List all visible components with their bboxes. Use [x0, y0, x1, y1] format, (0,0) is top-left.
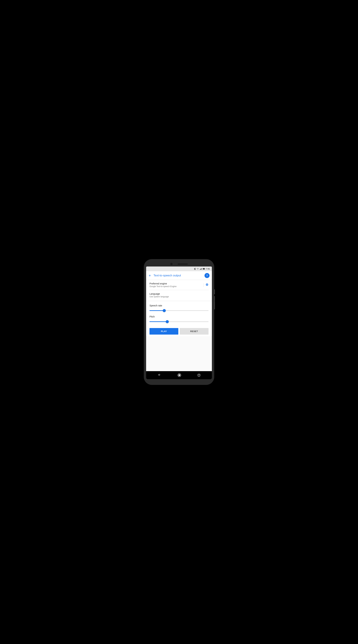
- bluetooth-icon: [194, 268, 196, 270]
- sliders-card: Speech rate Pitch: [146, 302, 212, 336]
- status-time: 7:41: [206, 268, 210, 270]
- pitch-label: Pitch: [150, 315, 208, 318]
- action-buttons: PLAY RESET: [150, 326, 208, 334]
- nav-recents-button[interactable]: [198, 374, 200, 376]
- preferred-engine-row[interactable]: Preferred engine Google Text-to-speech E…: [146, 280, 212, 290]
- language-row[interactable]: Language Use system language: [146, 290, 212, 300]
- nav-back-button[interactable]: [158, 373, 161, 377]
- phone-screen: 7:41 Text-to-speech output ? Preferred e…: [146, 266, 212, 379]
- phone-device: 7:41 Text-to-speech output ? Preferred e…: [144, 259, 214, 385]
- svg-rect-2: [201, 268, 201, 270]
- speech-rate-label: Speech rate: [150, 304, 208, 307]
- preferred-engine-label: Preferred engine: [150, 282, 201, 285]
- volume-up-button[interactable]: [214, 289, 215, 294]
- svg-rect-5: [203, 268, 204, 269]
- app-bar: Text-to-speech output ?: [146, 271, 212, 280]
- svg-rect-0: [200, 269, 200, 270]
- phone-bottom-bar: [146, 379, 212, 382]
- status-bar: 7:41: [146, 266, 212, 271]
- preferred-engine-value: Google Text-to-speech Engine: [150, 285, 201, 288]
- svg-rect-1: [200, 269, 201, 270]
- help-button[interactable]: ?: [204, 273, 210, 278]
- front-camera: [170, 263, 173, 265]
- volume-down-button[interactable]: [214, 296, 215, 301]
- nav-home-button[interactable]: [178, 374, 181, 377]
- nav-home-inner: [178, 374, 180, 376]
- svg-rect-3: [201, 268, 202, 270]
- wifi-icon: [196, 268, 199, 270]
- signal-icon: [200, 268, 202, 270]
- app-title: Text-to-speech output: [154, 274, 204, 277]
- speech-rate-container: Speech rate: [150, 304, 208, 312]
- preferred-engine-text: Preferred engine Google Text-to-speech E…: [150, 282, 201, 288]
- language-value: Use system language: [150, 296, 208, 298]
- reset-button[interactable]: RESET: [180, 328, 208, 334]
- phone-top-bar: [146, 262, 212, 266]
- play-button[interactable]: PLAY: [150, 328, 178, 334]
- pitch-container: Pitch: [150, 315, 208, 323]
- power-button[interactable]: [214, 301, 215, 310]
- language-label: Language: [150, 292, 208, 295]
- nav-bar: [146, 371, 212, 379]
- language-text: Language Use system language: [150, 292, 208, 298]
- engine-language-card: Preferred engine Google Text-to-speech E…: [146, 280, 212, 300]
- earpiece-speaker: [178, 264, 188, 265]
- back-button[interactable]: [148, 274, 152, 277]
- settings-content: Preferred engine Google Text-to-speech E…: [146, 280, 212, 371]
- battery-icon: [203, 268, 205, 270]
- empty-space: [146, 338, 212, 371]
- gear-icon[interactable]: [203, 283, 208, 287]
